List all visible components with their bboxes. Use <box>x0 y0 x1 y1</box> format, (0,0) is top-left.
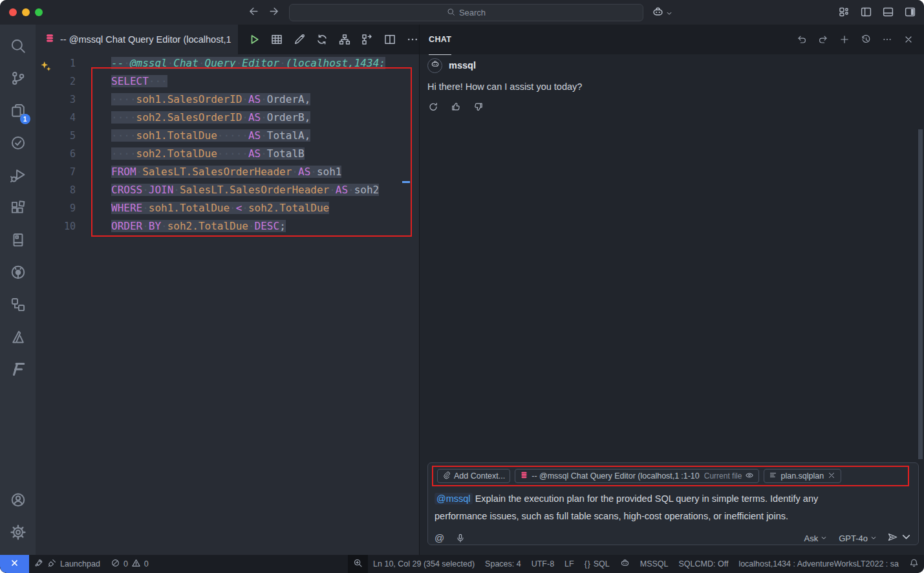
code-text: FROM·SalesLT.SalesOrderHeader·AS·soh1 <box>111 163 341 181</box>
activity-item-azure[interactable] <box>3 322 33 354</box>
selection: ····soh1.SalesOrderID·AS·OrderA, <box>111 93 310 105</box>
context-chips-row: Add Context...-- @mssql Chat Query Edito… <box>432 466 909 486</box>
actual-plan-button[interactable] <box>360 32 375 47</box>
sparkle-icon[interactable] <box>40 61 52 74</box>
tab-bar: -- @mssql Chat Query Editor (localhost,1 <box>36 25 419 54</box>
gutter: 7 <box>36 166 94 178</box>
activity-item-accounts[interactable] <box>3 485 33 517</box>
status-mssql-extension[interactable]: MSSQL <box>635 555 674 573</box>
toggle-secondary-sidebar-button[interactable] <box>904 6 916 21</box>
activity-item-fabric[interactable] <box>3 354 33 387</box>
code-text: CROSS·JOIN·SalesLT.SalesOrderHeader·AS·s… <box>111 181 379 199</box>
customize-layout-button[interactable] <box>838 6 850 21</box>
status-sqlcmd[interactable]: SQLCMD: Off <box>674 555 734 573</box>
estimated-plan-button[interactable] <box>337 32 352 47</box>
context-chip-current-file-context[interactable]: -- @mssql Chat Query Editor (localhost,1… <box>515 469 759 483</box>
chat-scrollbar[interactable] <box>918 129 923 459</box>
chat-input-box[interactable]: Add Context...-- @mssql Chat Query Edito… <box>427 462 919 545</box>
status-eol[interactable]: LF <box>559 555 579 573</box>
run-query-button[interactable] <box>246 32 262 47</box>
activity-item-testing[interactable] <box>3 128 33 160</box>
activity-item-database-projects[interactable] <box>3 290 33 322</box>
activity-item-source-control[interactable] <box>3 63 33 96</box>
zoom-window-button[interactable] <box>35 8 43 16</box>
mic-button[interactable] <box>455 533 466 543</box>
activity-item-sql-server[interactable] <box>3 225 33 257</box>
line-number: 10 <box>36 221 76 232</box>
chat-header-actions <box>795 25 915 54</box>
change-connection-button[interactable] <box>314 32 330 47</box>
chat-undo-button[interactable] <box>795 33 808 46</box>
send-button[interactable] <box>887 532 912 545</box>
forward-button[interactable] <box>268 5 280 20</box>
activity-item-search[interactable] <box>3 31 33 63</box>
activity-item-extensions[interactable] <box>3 193 33 225</box>
status-connection[interactable]: localhost,1434 : AdventureWorksLT2022 : … <box>733 555 904 573</box>
status-remote-indicator[interactable] <box>0 555 29 573</box>
chat-input-text[interactable]: @mssql Explain the execution plan for th… <box>435 490 912 525</box>
activity-item-github[interactable] <box>3 257 33 290</box>
code-line: 10ORDER·BY·soh2.TotalDue·DESC; <box>36 217 419 235</box>
code-text: WHERE·soh1.TotalDue·<·soh2.TotalDue <box>111 199 329 217</box>
status-bar: Launchpad00 Ln 10, Col 29 (354 selected)… <box>0 555 924 573</box>
plug-icon <box>47 558 57 570</box>
context-chip-plan-file-context[interactable]: plan.sqlplan <box>764 469 841 483</box>
status-text: 0 <box>144 559 149 568</box>
split-editor-button[interactable] <box>382 32 398 47</box>
code-line: 5····soh1.TotalDue·····AS·TotalA, <box>36 127 419 145</box>
source-control-icon <box>10 70 27 89</box>
chat-history-button[interactable] <box>859 33 872 46</box>
status-text: LF <box>564 559 574 568</box>
edit-connection-button[interactable] <box>292 32 307 47</box>
mode-picker[interactable]: Ask <box>804 534 828 543</box>
tab-chat[interactable]: CHAT <box>429 25 451 55</box>
copilot-icon <box>652 6 664 21</box>
eye-icon[interactable] <box>745 471 754 482</box>
copilot-menu-button[interactable] <box>652 6 672 21</box>
gutter: 3 <box>36 94 94 105</box>
chat-ellipsis-button[interactable] <box>881 33 894 46</box>
status-copilot-status[interactable] <box>615 555 635 573</box>
line-number: 6 <box>36 148 76 160</box>
code-editor[interactable]: 1--·@mssql·Chat·Query·Editor·(localhost,… <box>36 54 419 555</box>
status-launchpad[interactable]: Launchpad <box>29 555 105 573</box>
history-nav <box>248 5 280 20</box>
at-button[interactable]: @ <box>435 533 444 543</box>
close-window-button[interactable] <box>9 8 17 16</box>
chat-redo-button[interactable] <box>817 33 830 46</box>
command-center-search[interactable]: Search <box>289 4 643 21</box>
chat-plus-button[interactable] <box>838 33 851 46</box>
status-encoding[interactable]: UTF-8 <box>526 555 559 573</box>
code-line: 2SELECT··· <box>36 72 419 91</box>
model-picker[interactable]: GPT-4o <box>839 534 877 543</box>
close-icon[interactable] <box>827 471 836 482</box>
toggle-primary-sidebar-button[interactable] <box>860 6 872 21</box>
status-text: SQLCMD: Off <box>679 559 729 568</box>
toggle-panel-button[interactable] <box>882 6 894 21</box>
more-actions-button[interactable] <box>405 32 420 47</box>
status-cursor-position[interactable]: Ln 10, Col 29 (354 selected) <box>368 555 480 573</box>
status-indentation[interactable]: Spaces: 4 <box>480 555 526 573</box>
activity-item-explorer[interactable]: 1 <box>3 96 33 128</box>
status-zoom-level[interactable] <box>348 555 368 573</box>
chat-input-footer: @ Ask GPT-4o <box>435 528 912 548</box>
activity-item-run-debug[interactable] <box>3 160 33 193</box>
thumbs-up-button[interactable] <box>450 101 462 113</box>
status-problems[interactable]: 00 <box>105 555 154 573</box>
activity-item-settings[interactable] <box>3 517 33 550</box>
thumbs-down-button[interactable] <box>473 101 484 113</box>
results-grid-button[interactable] <box>269 32 285 47</box>
back-button[interactable] <box>248 5 260 20</box>
tab-mssql-chat-query-editor[interactable]: -- @mssql Chat Query Editor (localhost,1 <box>36 25 238 54</box>
chip-label: -- @mssql Chat Query Editor (localhost,1 <box>532 471 679 481</box>
gutter: 2 <box>36 76 94 87</box>
status-notifications[interactable] <box>904 555 924 573</box>
code-text: ····soh2.TotalDue·····AS·TotalB <box>111 145 305 163</box>
retry-button[interactable] <box>427 101 439 113</box>
chip-label: Add Context... <box>454 471 505 481</box>
minimize-window-button[interactable] <box>22 8 30 16</box>
chat-close-button[interactable] <box>902 33 915 46</box>
context-chip-add-context[interactable]: Add Context... <box>437 469 510 483</box>
chip-range: :1-10 <box>681 471 700 481</box>
status-language-mode[interactable]: { }SQL <box>579 555 615 573</box>
